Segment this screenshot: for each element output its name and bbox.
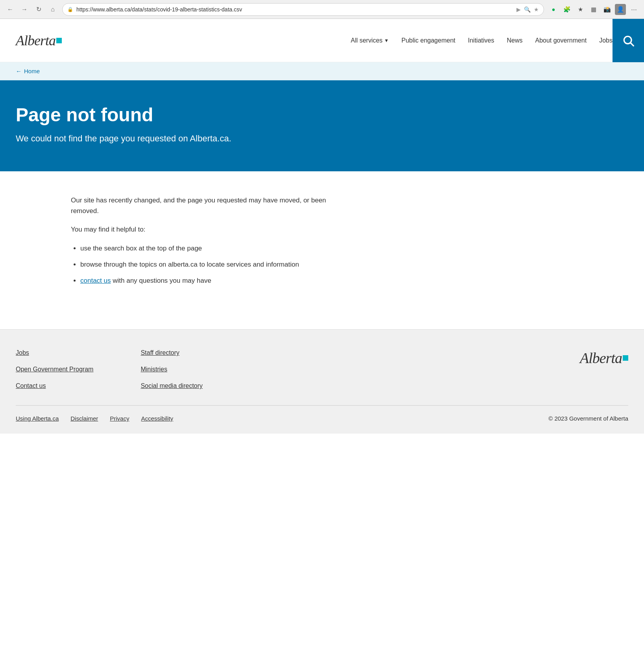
footer-link-jobs[interactable]: Jobs (16, 349, 93, 356)
footer-bottom: Using Alberta.ca Disclaimer Privacy Acce… (16, 415, 628, 422)
browser-controls: ← → ↻ ⌂ (5, 4, 58, 15)
logo-text: Alberta (16, 32, 56, 49)
footer-link-using-alberta[interactable]: Using Alberta.ca (16, 415, 59, 422)
favorites-icon[interactable]: ★ (575, 4, 586, 15)
browser-chrome: ← → ↻ ⌂ 🔒 https://www.alberta.ca/data/st… (0, 0, 644, 19)
footer-link-social-media[interactable]: Social media directory (141, 382, 202, 389)
main-content: Our site has recently changed, and the p… (0, 171, 354, 329)
chevron-down-icon: ▼ (384, 38, 389, 43)
settings-icon[interactable]: ⋯ (628, 4, 639, 15)
footer-link-staff-directory[interactable]: Staff directory (141, 349, 202, 356)
footer-link-privacy[interactable]: Privacy (110, 415, 129, 422)
nav-initiatives[interactable]: Initiatives (468, 37, 494, 44)
nav-news[interactable]: News (507, 37, 522, 44)
breadcrumb-arrow: ← (16, 68, 22, 74)
nav-all-services[interactable]: All services ▼ (351, 37, 389, 44)
content-paragraph-2: You may find it helpful to: (71, 224, 339, 235)
footer-link-open-gov[interactable]: Open Government Program (16, 366, 93, 373)
browser-icon[interactable]: 📸 (601, 4, 613, 15)
hero-subtitle: We could not find the page you requested… (16, 134, 628, 144)
profile-avatar[interactable]: 👤 (615, 4, 626, 15)
footer-copyright: © 2023 Government of Alberta (548, 415, 628, 422)
breadcrumb-home-link[interactable]: ← Home (16, 68, 628, 74)
footer-bottom-links: Using Alberta.ca Disclaimer Privacy Acce… (16, 415, 173, 422)
breadcrumb-bar: ← Home (0, 62, 644, 80)
page-title: Page not found (16, 104, 628, 126)
helpful-tips-list: use the search box at the top of the pag… (80, 243, 339, 286)
list-item: browse through the topics on alberta.ca … (80, 259, 339, 270)
footer-divider (16, 405, 628, 406)
extensions-icon[interactable]: 🧩 (561, 4, 572, 15)
browser-right-icons: ● 🧩 ★ ▦ 📸 👤 ⋯ (548, 4, 639, 15)
footer-link-contact[interactable]: Contact us (16, 382, 93, 389)
nav-about-government[interactable]: About government (535, 37, 587, 44)
main-nav: All services ▼ Public engagement Initiat… (351, 37, 613, 44)
footer-logo: Alberta (580, 349, 628, 367)
contact-suffix: with any questions you may have (111, 277, 211, 284)
nav-jobs[interactable]: Jobs (599, 37, 613, 44)
search-button[interactable] (613, 19, 644, 62)
forward-button[interactable]: → (19, 4, 30, 15)
hero-section: Page not found We could not find the pag… (0, 80, 644, 171)
footer-logo-dot (623, 355, 628, 361)
footer-col-1: Jobs Open Government Program Contact us (16, 349, 93, 389)
site-header: Alberta All services ▼ Public engagement… (0, 19, 644, 62)
home-button[interactable]: ⌂ (47, 4, 58, 15)
lock-icon: 🔒 (67, 7, 73, 12)
bookmark-icon[interactable]: ★ (534, 6, 539, 13)
reader-mode-icon[interactable]: ▶ (516, 6, 521, 13)
nav-public-engagement[interactable]: Public engagement (402, 37, 455, 44)
site-logo[interactable]: Alberta (16, 32, 62, 49)
refresh-button[interactable]: ↻ (33, 4, 44, 15)
list-item: contact us with any questions you may ha… (80, 275, 339, 286)
footer: Jobs Open Government Program Contact us … (0, 329, 644, 434)
list-item: use the search box at the top of the pag… (80, 243, 339, 254)
footer-link-accessibility[interactable]: Accessibility (141, 415, 173, 422)
footer-link-disclaimer[interactable]: Disclaimer (70, 415, 98, 422)
contact-us-link[interactable]: contact us (80, 277, 111, 284)
address-bar[interactable]: 🔒 https://www.alberta.ca/data/stats/covi… (62, 3, 544, 16)
footer-logo-text: Alberta (580, 349, 622, 367)
back-button[interactable]: ← (5, 4, 16, 15)
collections-icon[interactable]: ▦ (588, 4, 599, 15)
breadcrumb-home-label: Home (24, 68, 40, 74)
zoom-icon[interactable]: 🔍 (524, 6, 531, 13)
footer-main: Jobs Open Government Program Contact us … (16, 349, 628, 389)
address-text: https://www.alberta.ca/data/stats/covid-… (76, 6, 513, 13)
extension-green-icon[interactable]: ● (548, 4, 559, 15)
logo-dot (56, 38, 62, 43)
svg-line-1 (631, 43, 633, 46)
footer-col-2: Staff directory Ministries Social media … (141, 349, 202, 389)
content-paragraph-1: Our site has recently changed, and the p… (71, 195, 339, 216)
footer-link-ministries[interactable]: Ministries (141, 366, 202, 373)
footer-links-group: Jobs Open Government Program Contact us … (16, 349, 203, 389)
